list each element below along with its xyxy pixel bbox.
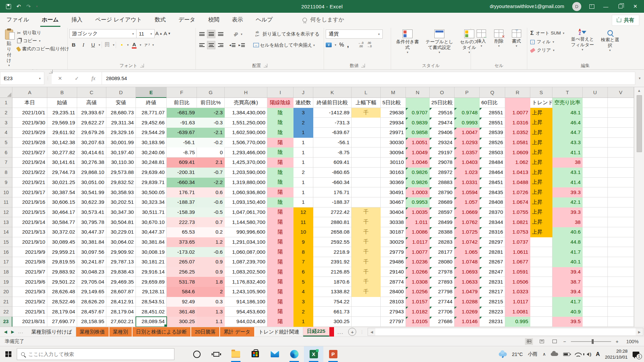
cell-N7[interactable]: 1.0046 <box>406 158 430 168</box>
cell-E13[interactable]: 30,670.10 <box>136 217 167 227</box>
sheet-tab-トレンド統計関連[interactable]: トレンド統計関連 <box>255 327 303 337</box>
cell-R16[interactable]: 1.0611 <box>505 247 530 257</box>
redo-icon[interactable]: ↷ <box>26 3 31 10</box>
cell-O4[interactable]: 29406 <box>430 128 454 138</box>
cell-H19[interactable]: 1,176,832,400 <box>225 277 267 287</box>
cell-E9[interactable]: 29,839.71 <box>136 178 167 188</box>
page-break-view-icon[interactable] <box>550 338 558 345</box>
cell-S18[interactable] <box>530 267 552 277</box>
ribbon-tab-5[interactable]: データ <box>172 13 202 27</box>
cell-N15[interactable]: 1.0117 <box>406 237 430 247</box>
cell-O22[interactable]: 27706 <box>430 307 454 317</box>
cell-E15[interactable]: 30,381.84 <box>136 237 167 247</box>
cell-A9[interactable]: 2021/9/21 <box>12 178 47 188</box>
cell-H10[interactable]: 1,060,936,800 <box>225 187 267 197</box>
cell-H9[interactable]: 1,319,880,000 <box>225 178 267 188</box>
cell-K12[interactable]: 2722.42 <box>313 207 352 218</box>
cell-T12[interactable]: 39.3 <box>552 207 583 218</box>
cell-D16[interactable]: 29,909.92 <box>106 247 136 257</box>
cell-D12[interactable]: 30,347.30 <box>106 207 136 218</box>
col-header-E[interactable]: E <box>136 87 167 98</box>
row-header-22[interactable]: 22 <box>0 307 12 317</box>
cell-L12[interactable]: 千 <box>352 207 381 218</box>
cell-U3[interactable] <box>583 118 608 128</box>
col-header-G[interactable]: G <box>197 87 225 98</box>
new-sheet-button[interactable]: + <box>348 328 356 336</box>
cell-Q14[interactable]: 28316 <box>480 227 505 237</box>
cell-I10[interactable]: 陽 <box>267 187 293 197</box>
cell-L5[interactable] <box>352 138 381 148</box>
cell-L19[interactable]: 千 <box>352 277 381 287</box>
cell-A3[interactable]: 2021/9/30 <box>12 118 47 128</box>
row-header-7[interactable]: 7 <box>0 158 12 168</box>
cell-L15[interactable]: 千 <box>352 237 381 247</box>
confirm-entry-icon[interactable]: ✓ <box>75 75 79 81</box>
cell-Q2[interactable]: 28551 <box>480 108 505 118</box>
cell-A16[interactable]: 2021/9/9 <box>12 247 47 257</box>
cell-P7[interactable]: 1.0403 <box>454 158 480 168</box>
cell-K20[interactable]: 1338.82 <box>313 287 352 297</box>
increase-decimal-icon[interactable]: ←.0.00 <box>358 42 364 48</box>
cell-E8[interactable]: 29,639.40 <box>136 168 167 178</box>
row-header-1[interactable]: 1 <box>0 98 12 108</box>
cell-B2[interactable]: 29,235.11 <box>47 108 77 118</box>
cell-K13[interactable]: 2880.81 <box>313 217 352 227</box>
cell-K23[interactable]: 300.25 <box>313 317 352 327</box>
cell-B12[interactable]: 30,464.17 <box>47 207 77 218</box>
cell-V4[interactable] <box>608 128 634 138</box>
cell-F6[interactable]: -8.75 <box>167 147 197 158</box>
cell-K15[interactable]: 2592.55 <box>313 237 352 247</box>
cell-U2[interactable] <box>583 108 608 118</box>
cell-M3[interactable]: 29934 <box>381 118 406 128</box>
cell-T6[interactable]: 41.1 <box>552 147 583 158</box>
cell-P14[interactable]: 1.0725 <box>454 227 480 237</box>
cell-U10[interactable] <box>583 187 608 197</box>
cell-M12[interactable]: 30404 <box>381 207 406 218</box>
cell-F22[interactable]: 361.48 <box>167 307 197 317</box>
page-layout-view-icon[interactable] <box>538 338 546 345</box>
cell-O18[interactable]: 27978 <box>430 267 454 277</box>
cell-O15[interactable]: 28283 <box>430 237 454 247</box>
cell-U20[interactable] <box>583 287 608 297</box>
tell-me-search[interactable]: 何をしますか <box>303 13 344 27</box>
cell-E14[interactable]: 30,447.37 <box>136 227 167 237</box>
cell-J10[interactable]: 1 <box>293 187 313 197</box>
row-header-2[interactable]: 2 <box>0 108 12 118</box>
cell-O16[interactable]: 28177 <box>430 247 454 257</box>
cell-B8[interactable]: 29,744.73 <box>47 168 77 178</box>
cell-C20[interactable]: 29,149.65 <box>77 287 106 297</box>
tab-scroll-right-icon[interactable]: ▶ <box>11 329 14 334</box>
align-left-icon[interactable] <box>198 41 206 49</box>
cell-T18[interactable]: 39.4 <box>552 267 583 277</box>
sheet-tab-業種別株価[interactable]: 業種別株価 <box>76 327 109 337</box>
cell-J17[interactable]: 7 <box>293 257 313 267</box>
cell-O11[interactable]: 28689 <box>430 197 454 207</box>
cell-R6[interactable]: 1.0609 <box>505 147 530 158</box>
cell-K14[interactable]: 2658.08 <box>313 227 352 237</box>
row-header-16[interactable]: 16 <box>0 247 12 257</box>
close-button[interactable]: ✕ <box>632 3 639 9</box>
cell-G12[interactable]: -0.5 <box>197 207 225 218</box>
cell-H3[interactable]: 1,551,250,000 <box>225 118 267 128</box>
weather-desc[interactable]: 小雨 <box>528 351 538 357</box>
cell-D22[interactable]: 28,179.04 <box>106 307 136 317</box>
cell-R21[interactable]: 1.0117 <box>505 297 530 307</box>
col-header-L[interactable]: L <box>352 87 381 98</box>
cell-C3[interactable]: 29,622.27 <box>77 118 106 128</box>
cell-H22[interactable]: 954,453,600 <box>225 307 267 317</box>
cell-U8[interactable] <box>583 168 608 178</box>
cell-O12[interactable]: 28597 <box>430 207 454 218</box>
cell-N1[interactable] <box>406 98 430 108</box>
cell-T17[interactable]: 40.1 <box>552 257 583 267</box>
cell-O1[interactable]: 25日比較 <box>430 98 454 108</box>
minimize-button[interactable]: — <box>602 4 609 9</box>
cell-K3[interactable]: -731.3 <box>313 118 352 128</box>
cell-F12[interactable]: -158.39 <box>167 207 197 218</box>
cell-G8[interactable]: -0.7 <box>197 168 225 178</box>
cell-T22[interactable]: 40.9 <box>552 307 583 317</box>
cell-I22[interactable]: 陽 <box>267 307 293 317</box>
cell-F20[interactable]: 584.6 <box>167 287 197 297</box>
account-email[interactable]: dryyourtearswithlove1@gmail.com <box>490 4 564 9</box>
cell-A8[interactable]: 2021/9/22 <box>12 168 47 178</box>
col-header-V[interactable]: V <box>608 87 634 98</box>
